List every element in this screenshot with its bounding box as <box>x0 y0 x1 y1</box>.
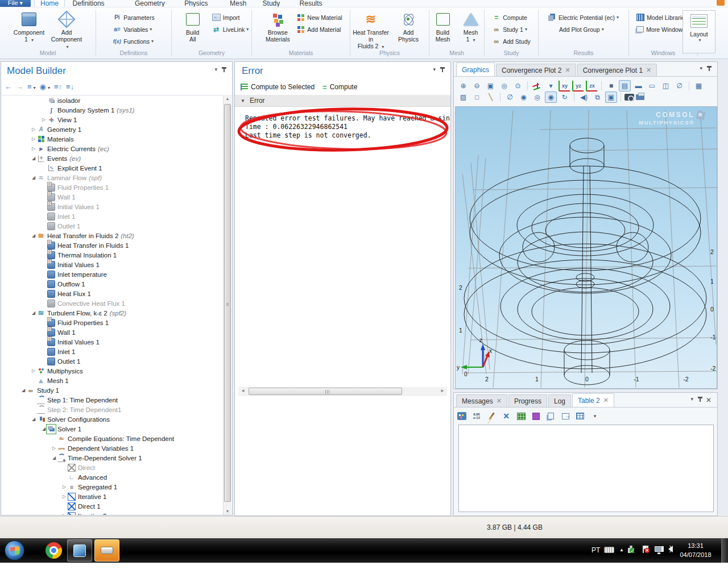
model-libraries-button[interactable]: Model Libraries <box>636 11 689 23</box>
tree-item-time-dependent-solver-1[interactable]: ◢Time-Dependent Solver 1 <box>2 453 222 463</box>
tree-item-outflow-1[interactable]: Outflow 1 <box>2 279 222 289</box>
tree-item-view-1[interactable]: ▷View 1 <box>2 115 222 124</box>
start-button[interactable] <box>5 541 24 560</box>
add-plot-group-button[interactable]: Add Plot Group▾ <box>548 23 619 35</box>
tree-item-segregated-1[interactable]: ▷Segregated 1 <box>2 482 222 492</box>
copy-plot-icon[interactable]: ⧉ <box>592 92 603 103</box>
electric-potential-ec-button[interactable]: Electric Potential (ec)▾ <box>548 11 619 23</box>
expand-icon[interactable]: ▷ <box>61 484 68 489</box>
image-export-icon[interactable]: ▨ <box>457 92 469 103</box>
close-icon[interactable]: ✕ <box>706 396 712 404</box>
volume-icon[interactable] <box>668 546 673 552</box>
tree-item-heat-transfer-in-fluids-1[interactable]: Heat Transfer in Fluids 1 <box>2 240 222 250</box>
ribbon-tab-mesh[interactable]: Mesh <box>224 0 252 7</box>
expand-icon[interactable]: ▷ <box>30 368 37 373</box>
tree-item-geometry-1[interactable]: ▷Geometry 1 <box>2 124 222 134</box>
export-window-icon[interactable] <box>560 411 571 421</box>
plot-dashed-icon[interactable]: ◫ <box>660 80 672 92</box>
expand-icon[interactable]: ▷ <box>30 136 37 142</box>
expand-icon[interactable]: ▷ <box>51 446 57 451</box>
tree-item-iterative-1[interactable]: ▷Iterative 1 <box>2 492 222 501</box>
forward-icon[interactable]: → <box>16 82 23 91</box>
ribbon-tab-study[interactable]: Study <box>257 0 286 7</box>
tab-table-2[interactable]: Table 2✕ <box>572 393 614 407</box>
tab-graphics[interactable]: Graphics <box>456 63 495 76</box>
show-hidden-icons[interactable]: ▲ <box>619 547 624 552</box>
table-content-area[interactable] <box>458 425 714 512</box>
plot-frame-icon[interactable]: ▭ <box>646 80 658 92</box>
tree-item-study-1[interactable]: ◢Study 1 <box>2 385 222 395</box>
view-hiding-icon[interactable]: ◉ <box>545 92 557 103</box>
collapse-icon[interactable]: ◢ <box>30 156 37 161</box>
sound-icon[interactable]: ◀) <box>578 92 590 103</box>
plot-disable-icon[interactable]: ∅ <box>673 80 685 92</box>
tree-item-outlet-1[interactable]: Outlet 1 <box>2 221 222 231</box>
tree-item-direct[interactable]: Direct <box>2 463 222 472</box>
heat-transfer-in-fluids-2-button[interactable]: Heat Transfer inFluids 2 ▾ <box>353 10 389 49</box>
view-yz-icon[interactable]: yz <box>572 80 584 92</box>
move-down-icon[interactable]: ≡↓ <box>66 82 74 91</box>
tree-item-turbulent-flow-k-2[interactable]: ◢Turbulent Flow, k-ε 2(spf2) <box>2 308 222 318</box>
show-options-icon[interactable]: ◉▾ <box>40 82 50 91</box>
table-format-icon[interactable] <box>574 411 586 421</box>
add-physics-button[interactable]: AddPhysics <box>390 10 427 43</box>
full-precision-icon[interactable] <box>456 411 468 421</box>
tab-messages[interactable]: Messages✕ <box>456 394 507 407</box>
image-snapshot-icon[interactable]: ▦ <box>693 80 705 92</box>
tree-item-wall-1[interactable]: Wall 1 <box>2 192 222 202</box>
close-icon[interactable]: ✕ <box>497 397 502 405</box>
more-windows-button[interactable]: More Windows▾ <box>636 23 689 35</box>
tree-item-compile-equations-time-dependent[interactable]: Compile Equations: Time Dependent <box>2 434 222 443</box>
tree-item-direct-1[interactable]: Direct 1 <box>2 501 222 511</box>
compute-button[interactable]: =Compute <box>322 83 357 92</box>
close-icon[interactable]: ✕ <box>565 66 570 74</box>
close-icon[interactable]: ✕ <box>603 397 609 404</box>
tab-progress[interactable]: Progress <box>508 394 547 407</box>
build-mesh-button[interactable]: BuildMesh <box>429 10 456 43</box>
running-app-taskbar-button[interactable] <box>94 539 119 562</box>
plot-color-icon[interactable] <box>530 411 541 421</box>
expand-icon[interactable]: ▷ <box>40 117 47 122</box>
panel-menu-icon[interactable]: ▾ <box>700 65 702 71</box>
zoom-to-selection-icon[interactable]: ⊙ <box>512 80 524 92</box>
view-xy-icon[interactable]: xy <box>559 80 570 92</box>
tree-item-electric-currents[interactable]: ▷Electric Currents(ec) <box>2 144 222 153</box>
tree-item-convective-heat-flux-1[interactable]: Convective Heat Flux 1 <box>2 298 222 308</box>
component-1-button[interactable]: Component1 ▾ <box>11 10 47 43</box>
tree-item-fluid-properties-1[interactable]: Fluid Properties 1 <box>2 318 222 327</box>
view-zx-icon[interactable]: zx <box>586 80 598 92</box>
browse-materials-button[interactable]: BrowseMaterials <box>259 10 296 43</box>
tab-convergence-plot-2[interactable]: Convergence Plot 2✕ <box>496 64 576 76</box>
tree-item-iterative-2[interactable]: ▷Iterative 2 <box>2 511 222 515</box>
tree-item-multiphysics[interactable]: ▷Multiphysics <box>2 366 222 376</box>
caret-icon[interactable]: ▾ <box>589 411 601 421</box>
collapse-icon[interactable]: ◢ <box>40 426 47 431</box>
plot-in-window-icon[interactable]: ▣ <box>605 92 617 103</box>
comsol-taskbar-button[interactable] <box>67 539 92 562</box>
panel-menu-icon[interactable]: ▾ <box>690 396 693 402</box>
mesh-1-button[interactable]: Mesh1 ▾ <box>457 10 484 43</box>
action-center-icon[interactable] <box>643 546 648 553</box>
parameters-button[interactable]: Parameters <box>113 11 154 23</box>
collapse-icon[interactable]: ◢ <box>30 175 37 180</box>
chrome-icon[interactable] <box>46 542 62 559</box>
collapse-icon[interactable]: ◢ <box>30 310 37 315</box>
camera-snapshot-icon[interactable] <box>624 94 634 101</box>
horizontal-scrollbar[interactable]: ◄ ► <box>238 387 447 396</box>
import-button[interactable]: Import <box>212 11 249 23</box>
plot-solid-icon[interactable]: ▬ <box>632 80 644 92</box>
tree-item-advanced[interactable]: Advanced <box>2 472 222 482</box>
livelink-button[interactable]: LiveLink▾ <box>212 23 249 35</box>
tree-item-initial-values-1[interactable]: Initial Values 1 <box>2 337 222 347</box>
layout-button[interactable]: Layout ▾ <box>682 10 715 53</box>
usb-device-icon[interactable] <box>628 546 634 553</box>
ribbon-tab-physics[interactable]: Physics <box>179 0 213 7</box>
tree-item-step-2-time-dependent1[interactable]: Step 2: Time Dependent1 <box>2 405 222 414</box>
move-up-icon[interactable]: ≡↑ <box>54 82 62 91</box>
scene-light-icon[interactable]: ■ <box>605 80 617 92</box>
close-icon[interactable]: ✕ <box>646 66 651 74</box>
tree-item-solver-configurations[interactable]: ◢Solver Configurations <box>2 414 222 424</box>
add-material-button[interactable]: Add Material <box>297 23 342 35</box>
tree-item-heat-flux-1[interactable]: Heat Flux 1 <box>2 289 222 298</box>
variables-button[interactable]: Variables▾ <box>113 23 154 35</box>
